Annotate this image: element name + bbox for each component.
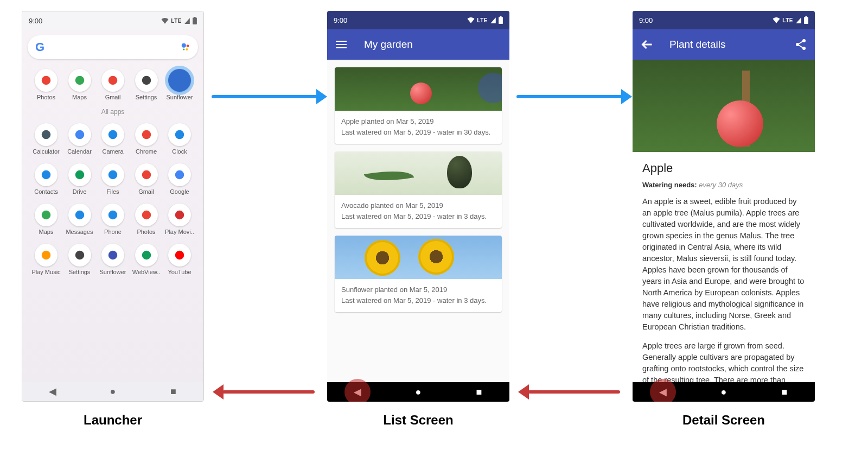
app-circle-icon: [135, 244, 158, 267]
app-circle-icon: [168, 69, 191, 92]
app-icon[interactable]: Photos: [31, 69, 61, 100]
app-icon[interactable]: Maps: [65, 69, 95, 100]
app-icon[interactable]: Contacts: [31, 163, 61, 195]
favorites-row: PhotosMapsGmailSettingsSunflower: [28, 65, 198, 105]
assistant-icon[interactable]: [181, 42, 190, 52]
nav-bar: ◀ ● ■: [22, 382, 203, 401]
list-phone: 9:00 LTE My garden Apple planted on: [327, 11, 509, 402]
back-icon[interactable]: [640, 38, 653, 51]
launcher-phone: 9:00 LTE G PhotosMapsGmailSettingsSunflo…: [22, 11, 204, 402]
svg-point-6: [42, 76, 51, 85]
nav-bar: ◀ ● ■: [327, 382, 509, 402]
app-icon[interactable]: Sunflower: [164, 69, 195, 100]
app-circle-icon: [68, 244, 91, 267]
arrow-detail-to-list-icon: [528, 390, 620, 394]
app-circle-icon: [68, 123, 91, 146]
svg-point-18: [108, 170, 118, 180]
google-logo-icon: G: [35, 40, 44, 54]
app-label: Play Movi..: [165, 229, 194, 235]
app-circle-icon: [168, 244, 191, 267]
app-label: Calculator: [33, 148, 60, 155]
app-icon[interactable]: Play Movi..: [164, 204, 195, 235]
app-label: Sunflower: [100, 269, 126, 275]
app-circle-icon: [68, 204, 91, 226]
app-label: Maps: [39, 229, 54, 235]
search-bar[interactable]: G: [28, 35, 198, 59]
nav-back-button[interactable]: ◀: [349, 384, 366, 400]
app-label: Play Music: [31, 269, 60, 275]
status-icons: LTE: [467, 16, 503, 24]
app-icon[interactable]: Calendar: [65, 123, 95, 155]
app-circle-icon: [135, 163, 158, 186]
app-icon[interactable]: Camera: [98, 123, 128, 155]
svg-point-21: [42, 211, 51, 220]
app-icon[interactable]: Drive: [65, 163, 95, 195]
app-circle-icon: [68, 69, 91, 92]
svg-point-9: [142, 76, 151, 85]
app-label: Google: [170, 188, 189, 195]
app-icon[interactable]: Gmail: [131, 163, 162, 195]
nav-recents-button[interactable]: ■: [776, 384, 793, 400]
list-item[interactable]: Sunflower planted on Mar 5, 2019 Last wa…: [335, 236, 502, 312]
watering-value: every 30 days: [699, 181, 743, 189]
app-circle-icon: [168, 163, 191, 186]
app-icon[interactable]: Phone: [98, 204, 128, 235]
lte-label: LTE: [477, 17, 488, 23]
signal-icon: [184, 17, 190, 24]
app-circle-icon: [101, 204, 124, 226]
lte-label: LTE: [171, 18, 182, 24]
nav-recents-button[interactable]: ■: [471, 384, 487, 400]
watered-text: Last watered on Mar 5, 2019 - water in 3…: [341, 211, 495, 222]
nav-back-button[interactable]: ◀: [655, 384, 671, 400]
app-icon[interactable]: WebView..: [131, 244, 162, 275]
svg-point-11: [42, 130, 51, 140]
share-icon[interactable]: [794, 38, 807, 51]
svg-point-4: [186, 48, 188, 50]
status-icons: LTE: [773, 16, 808, 24]
app-icon[interactable]: Maps: [31, 204, 61, 235]
app-icon[interactable]: Clock: [164, 123, 195, 155]
arrow-list-to-launcher-icon: [222, 390, 315, 394]
svg-point-14: [142, 130, 151, 140]
list-item[interactable]: Avocado planted on Mar 5, 2019 Last wate…: [335, 151, 502, 228]
app-icon[interactable]: Photos: [131, 204, 162, 235]
plant-heading: Apple: [642, 160, 805, 177]
app-icon[interactable]: YouTube: [164, 244, 195, 275]
app-label: Messages: [66, 229, 93, 235]
app-icon[interactable]: Sunflower: [98, 244, 128, 275]
app-icon[interactable]: Google: [164, 163, 195, 195]
app-icon[interactable]: Files: [98, 163, 128, 195]
app-label: Photos: [137, 229, 155, 235]
nav-home-button[interactable]: ●: [410, 384, 426, 400]
svg-rect-32: [500, 16, 501, 17]
app-circle-icon: [101, 163, 124, 186]
nav-home-button[interactable]: ●: [716, 384, 732, 400]
app-bar: Plant details: [633, 29, 815, 60]
app-icon[interactable]: Chrome: [131, 123, 162, 155]
arrow-list-to-detail-icon: [516, 95, 622, 98]
app-circle-icon: [35, 163, 58, 186]
list-item[interactable]: Apple planted on Mar 5, 2019 Last watere…: [335, 67, 502, 144]
svg-rect-33: [336, 41, 347, 42]
app-label: Settings: [136, 94, 157, 100]
menu-icon[interactable]: [335, 38, 348, 51]
app-icon[interactable]: Calculator: [31, 123, 61, 155]
app-icon[interactable]: Messages: [65, 204, 95, 235]
svg-rect-31: [499, 17, 503, 24]
status-bar: 9:00 LTE: [22, 11, 203, 30]
app-icon[interactable]: Play Music: [31, 244, 61, 275]
hero-image: [633, 60, 815, 152]
nav-recents-button[interactable]: ■: [165, 383, 181, 400]
app-icon[interactable]: Gmail: [98, 69, 128, 100]
svg-rect-35: [336, 47, 347, 48]
app-label: Maps: [72, 94, 87, 100]
nav-back-button[interactable]: ◀: [44, 383, 61, 400]
all-apps-header: All apps: [28, 108, 198, 116]
app-icon[interactable]: Settings: [131, 69, 162, 100]
svg-point-27: [75, 251, 84, 260]
app-icon[interactable]: Settings: [65, 244, 95, 275]
status-bar: 9:00 LTE: [633, 11, 815, 29]
watering-needs: Watering needs: every 30 days: [642, 180, 805, 191]
wifi-icon: [773, 17, 780, 23]
nav-home-button[interactable]: ●: [105, 383, 121, 400]
